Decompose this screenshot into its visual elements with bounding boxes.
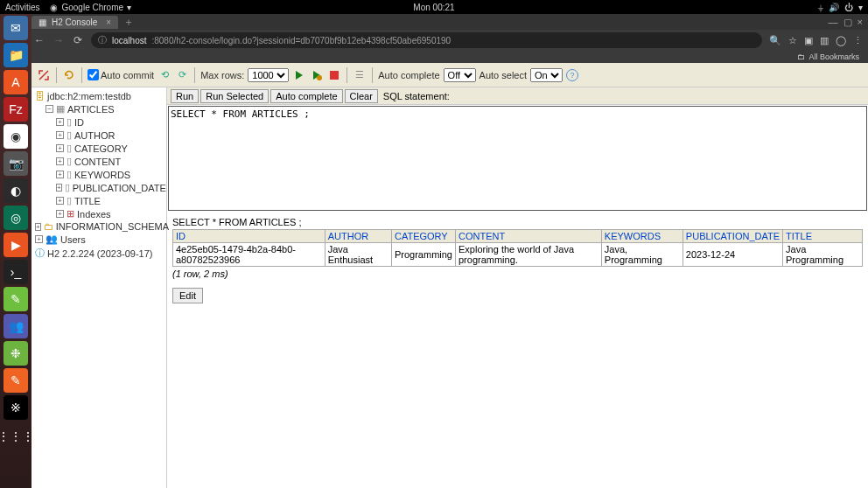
run-selected-icon[interactable] [310, 68, 324, 82]
url-path: :8080/h2-console/login.do?jsessionid=db7… [151, 36, 451, 45]
clock[interactable]: Mon 00:21 [413, 3, 454, 12]
run-selected-button[interactable]: Run Selected [200, 89, 269, 103]
star-icon[interactable]: ☆ [788, 35, 797, 46]
new-tab-button[interactable]: ＋ [123, 15, 134, 30]
refresh-icon[interactable] [62, 68, 76, 82]
users-node[interactable]: +👥Users [35, 233, 163, 246]
all-bookmarks[interactable]: All Bookmarks [808, 52, 859, 61]
col-header[interactable]: CATEGORY [391, 230, 455, 243]
menu-caret-icon[interactable]: ▾ [858, 3, 863, 12]
teams-icon[interactable]: 👥 [4, 314, 28, 338]
column-icon: ▯ [66, 156, 72, 167]
expand-icon[interactable]: + [56, 157, 64, 165]
col-header[interactable]: AUTHOR [325, 230, 391, 243]
table-node[interactable]: −▦ARTICLES [35, 102, 163, 115]
col-header[interactable]: TITLE [783, 230, 863, 243]
help-icon[interactable]: ? [566, 69, 578, 81]
column-node[interactable]: +▯CATEGORY [35, 142, 163, 155]
run-button[interactable]: Run [171, 89, 199, 103]
expand-icon[interactable]: + [56, 171, 64, 178]
history-icon[interactable]: ☰ [353, 68, 367, 82]
clear-button[interactable]: Clear [345, 89, 378, 103]
expand-icon[interactable]: + [35, 235, 43, 243]
database-icon: 🗄 [35, 91, 45, 101]
power-icon[interactable]: ⏻ [844, 3, 853, 12]
cell: 2023-12-24 [682, 243, 782, 267]
show-apps-icon[interactable]: ⋮⋮⋮ [4, 424, 28, 449]
reload-icon[interactable]: ⟳ [72, 34, 84, 46]
back-icon[interactable]: ← [33, 34, 46, 46]
commit-icon[interactable]: ⟲ [158, 68, 172, 82]
db-tree: 🗄jdbc:h2:mem:testdb −▦ARTICLES +▯ID +▯AU… [32, 87, 167, 488]
expand-icon[interactable]: + [56, 144, 64, 152]
col-header[interactable]: CONTENT [456, 230, 602, 243]
expand-icon[interactable]: + [56, 118, 64, 126]
autocommit-checkbox[interactable]: Auto commit [88, 69, 154, 80]
column-node[interactable]: +▯CONTENT [35, 155, 163, 168]
volume-icon[interactable]: 🔊 [829, 3, 839, 12]
spring-icon[interactable]: ❉ [4, 341, 28, 366]
chrome-launcher-icon[interactable]: ◉ [4, 124, 28, 149]
column-node[interactable]: +▯TITLE [35, 194, 163, 207]
edit-button[interactable]: Edit [172, 288, 203, 303]
reading-icon[interactable]: ▥ [820, 35, 829, 46]
expand-icon[interactable]: + [35, 223, 41, 231]
close-window-icon[interactable]: × [858, 17, 863, 28]
autocomplete-select[interactable]: Off [444, 68, 476, 82]
autoselect-select[interactable]: On [530, 68, 563, 82]
address-bar[interactable]: ⓘ localhost:8080/h2-console/login.do?jse… [91, 32, 762, 48]
profile-icon[interactable]: ◯ [836, 35, 846, 46]
autocomplete-button[interactable]: Auto complete [270, 89, 342, 103]
column-node[interactable]: +▯PUBLICATION_DATE [35, 181, 163, 194]
zoom-icon[interactable]: 🔍 [769, 35, 781, 46]
col-header[interactable]: PUBLICATION_DATE [682, 230, 782, 243]
app-icon-4[interactable]: ✎ [4, 287, 28, 311]
expand-icon[interactable]: + [56, 210, 64, 218]
camera-icon[interactable]: 📷 [4, 151, 28, 176]
stop-icon[interactable] [327, 68, 341, 82]
sql-input[interactable] [168, 106, 867, 211]
indexes-node[interactable]: +⊞Indexes [35, 207, 163, 220]
expand-icon[interactable]: + [56, 131, 64, 139]
expand-icon[interactable]: + [56, 184, 62, 192]
expand-icon[interactable]: + [56, 197, 64, 205]
col-header[interactable]: ID [173, 230, 326, 243]
menu-icon[interactable]: ⋮ [853, 35, 863, 46]
software-icon[interactable]: A [4, 70, 28, 94]
info-icon[interactable]: ⓘ [98, 34, 107, 46]
app-icon-2[interactable]: ◎ [4, 206, 28, 230]
chrome-icon: ◉ [50, 3, 58, 12]
thunderbird-icon[interactable]: ✉ [4, 16, 28, 40]
column-icon: ▯ [66, 129, 72, 141]
maxrows-select[interactable]: 1000 [248, 68, 289, 82]
tab-h2console[interactable]: ▦ H2 Console × [32, 16, 118, 29]
current-app[interactable]: ◉Google Chrome ▾ [50, 3, 131, 12]
collapse-icon[interactable]: − [46, 105, 53, 113]
filezilla-icon[interactable]: Fz [4, 97, 28, 122]
app-icon-3[interactable]: ▶ [4, 233, 28, 257]
db-node[interactable]: 🗄jdbc:h2:mem:testdb [35, 90, 163, 102]
extension-icon[interactable]: ▣ [804, 35, 813, 46]
app-icon-6[interactable]: ※ [4, 395, 28, 420]
minimize-icon[interactable]: — [829, 17, 838, 28]
column-node[interactable]: +▯ID [35, 115, 163, 129]
files-icon[interactable]: 📁 [4, 43, 28, 67]
run-icon[interactable] [292, 68, 306, 82]
col-header[interactable]: KEYWORDS [601, 230, 682, 243]
app-icon-5[interactable]: ✎ [4, 368, 28, 393]
result-pane: SELECT * FROM ARTICLES ; ID AUTHOR CATEG… [167, 212, 868, 309]
maximize-icon[interactable]: ▢ [844, 17, 852, 28]
info-icon: ⓘ [35, 247, 45, 260]
terminal-icon[interactable]: ›_ [4, 260, 28, 284]
rollback-icon[interactable]: ⟳ [175, 68, 189, 82]
close-tab-icon[interactable]: × [106, 17, 111, 27]
disconnect-icon[interactable] [37, 68, 51, 82]
activities[interactable]: Activities [5, 3, 39, 12]
browser-toolbar: ← → ⟳ ⓘ localhost:8080/h2-console/login.… [0, 30, 868, 51]
schema-node[interactable]: +🗀INFORMATION_SCHEMA [35, 220, 163, 233]
app-icon-1[interactable]: ◐ [4, 178, 28, 203]
column-node[interactable]: +▯AUTHOR [35, 129, 163, 142]
browser-tabstrip: ▦ H2 Console × ＋ — ▢ × [0, 14, 868, 30]
column-node[interactable]: +▯KEYWORDS [35, 168, 163, 181]
network-icon[interactable]: ⏚ [818, 3, 823, 12]
